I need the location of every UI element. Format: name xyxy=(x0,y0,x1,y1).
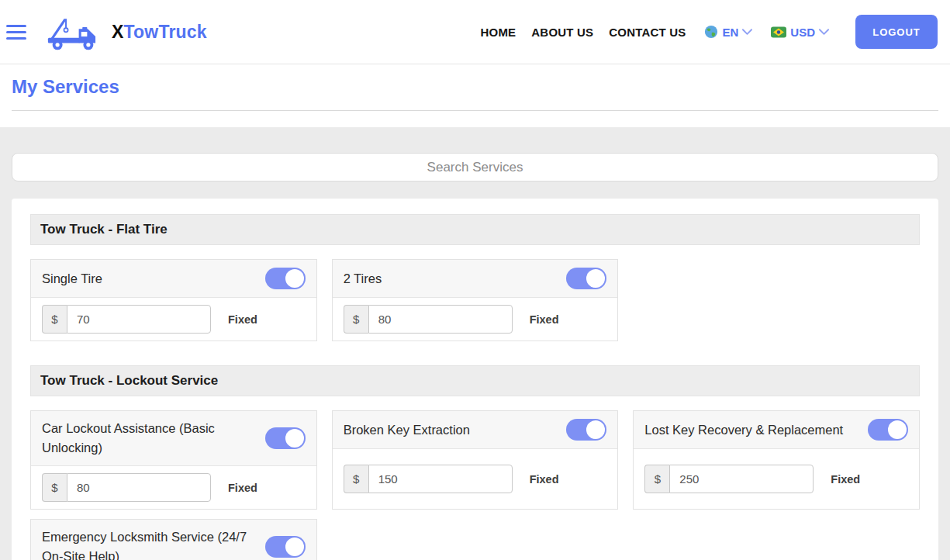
cards-grid: Single Tire $ Fixed 2 Tires xyxy=(30,259,920,341)
service-toggle-switch[interactable] xyxy=(566,268,606,289)
currency-prefix: $ xyxy=(344,465,368,493)
brand-prefix: X xyxy=(112,22,124,42)
nav-links: HOME ABOUT US CONTACT US EN USD xyxy=(481,15,938,49)
chevron-down-icon xyxy=(742,29,752,36)
service-card-2-tires: 2 Tires $ Fixed xyxy=(332,259,619,341)
services-container: Tow Truck - Flat Tire Single Tire $ Fixe… xyxy=(12,199,938,560)
section-lockout-service: Tow Truck - Lockout Service Car Lockout … xyxy=(30,365,920,560)
service-card-emergency-locksmith: Emergency Locksmith Service (24/7 On-Sit… xyxy=(30,519,317,560)
section-title: Tow Truck - Lockout Service xyxy=(30,365,920,396)
nav-link-about-us[interactable]: ABOUT US xyxy=(531,26,593,39)
brand-name[interactable]: XTowTruck xyxy=(112,22,207,43)
service-card-car-lockout: Car Lockout Assistance (Basic Unlocking)… xyxy=(30,410,317,510)
language-label: EN xyxy=(722,26,738,39)
chevron-down-icon xyxy=(819,29,829,36)
main-content: Tow Truck - Flat Tire Single Tire $ Fixe… xyxy=(0,153,950,560)
currency-prefix: $ xyxy=(344,305,368,334)
service-toggle-switch[interactable] xyxy=(868,419,908,441)
service-name: Broken Key Extraction xyxy=(344,420,470,440)
price-input[interactable] xyxy=(67,305,211,334)
currency-label: USD xyxy=(790,26,815,39)
hamburger-menu-icon[interactable] xyxy=(6,21,26,43)
search-input[interactable] xyxy=(12,153,938,181)
section-flat-tire: Tow Truck - Flat Tire Single Tire $ Fixe… xyxy=(30,214,920,341)
price-type-label: Fixed xyxy=(530,313,559,326)
price-type-label: Fixed xyxy=(831,473,860,486)
service-card-single-tire: Single Tire $ Fixed xyxy=(30,259,317,341)
service-name: Lost Key Recovery & Replacement xyxy=(644,420,843,440)
price-type-label: Fixed xyxy=(228,482,257,494)
service-toggle-switch[interactable] xyxy=(265,268,306,289)
cards-grid: Car Lockout Assistance (Basic Unlocking)… xyxy=(30,410,920,560)
currency-prefix: $ xyxy=(644,465,669,493)
service-name: Emergency Locksmith Service (24/7 On-Sit… xyxy=(42,527,256,560)
page-title: My Services xyxy=(12,76,950,98)
service-toggle-switch[interactable] xyxy=(566,419,606,441)
language-selector[interactable]: EN xyxy=(704,25,752,39)
top-navbar: XTowTruck HOME ABOUT US CONTACT US EN US… xyxy=(0,0,950,64)
towtruck-logo-icon xyxy=(40,12,105,52)
price-type-label: Fixed xyxy=(228,313,257,326)
service-toggle-switch[interactable] xyxy=(265,536,306,558)
page-title-band: My Services xyxy=(0,64,950,127)
service-name: Car Lockout Assistance (Basic Unlocking) xyxy=(42,419,256,458)
service-card-lost-key: Lost Key Recovery & Replacement $ Fixed xyxy=(633,410,920,510)
nav-link-contact-us[interactable]: CONTACT US xyxy=(609,26,686,39)
price-input[interactable] xyxy=(67,473,211,502)
service-name: Single Tire xyxy=(42,269,102,289)
currency-flag-icon xyxy=(771,26,786,38)
price-input[interactable] xyxy=(669,465,814,493)
currency-selector[interactable]: USD xyxy=(771,26,829,39)
price-type-label: Fixed xyxy=(530,473,559,486)
globe-icon xyxy=(704,25,718,39)
price-input[interactable] xyxy=(368,465,513,493)
service-name: 2 Tires xyxy=(344,269,382,289)
currency-prefix: $ xyxy=(42,305,67,334)
logout-button[interactable]: LOGOUT xyxy=(855,15,938,49)
nav-link-home[interactable]: HOME xyxy=(481,26,516,39)
price-input[interactable] xyxy=(368,305,513,334)
brand-text: TowTruck xyxy=(124,22,207,42)
currency-prefix: $ xyxy=(42,473,67,502)
service-card-broken-key: Broken Key Extraction $ Fixed xyxy=(332,410,619,510)
section-title: Tow Truck - Flat Tire xyxy=(30,214,920,245)
service-toggle-switch[interactable] xyxy=(265,427,306,449)
